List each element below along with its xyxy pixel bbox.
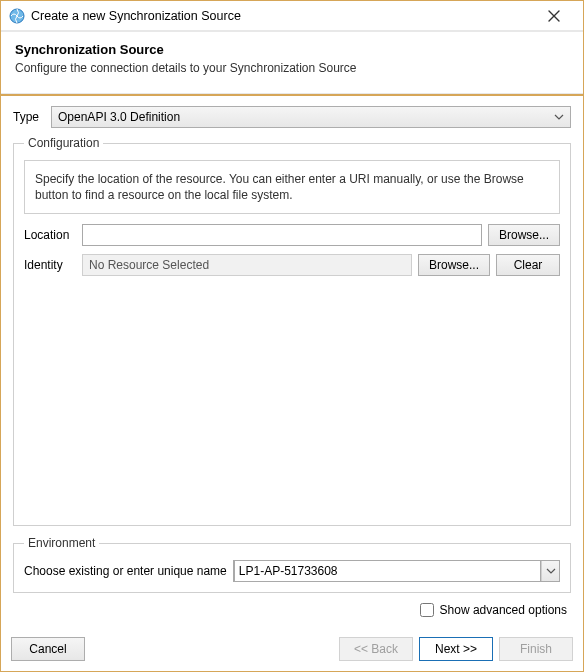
app-icon: [9, 8, 25, 24]
chevron-down-icon: [554, 112, 564, 122]
type-selected-value: OpenAPI 3.0 Definition: [58, 110, 180, 124]
environment-prompt: Choose existing or enter unique name: [24, 564, 227, 578]
type-select[interactable]: OpenAPI 3.0 Definition: [51, 106, 571, 128]
location-input[interactable]: [82, 224, 482, 246]
next-button[interactable]: Next >>: [419, 637, 493, 661]
environment-legend: Environment: [24, 536, 99, 550]
chevron-down-icon[interactable]: [541, 561, 559, 581]
configuration-group: Configuration Specify the location of th…: [13, 136, 571, 526]
identity-browse-button[interactable]: Browse...: [418, 254, 490, 276]
banner-description: Configure the connection details to your…: [15, 61, 569, 75]
environment-combo[interactable]: [233, 560, 560, 582]
identity-value: No Resource Selected: [89, 258, 209, 272]
close-button[interactable]: [533, 2, 575, 30]
titlebar: Create a new Synchronization Source: [1, 1, 583, 31]
location-row: Location Browse...: [24, 224, 560, 246]
cancel-button[interactable]: Cancel: [11, 637, 85, 661]
type-label: Type: [13, 110, 45, 124]
type-row: Type OpenAPI 3.0 Definition: [13, 106, 571, 128]
banner-wrap: Synchronization Source Configure the con…: [1, 31, 583, 96]
identity-clear-button[interactable]: Clear: [496, 254, 560, 276]
environment-input[interactable]: [234, 560, 541, 582]
dialog-window: Create a new Synchronization Source Sync…: [0, 0, 584, 672]
finish-button: Finish: [499, 637, 573, 661]
show-advanced-label[interactable]: Show advanced options: [440, 603, 567, 617]
identity-display: No Resource Selected: [82, 254, 412, 276]
wizard-button-bar: Cancel << Back Next >> Finish: [1, 631, 583, 671]
show-advanced-checkbox[interactable]: [420, 603, 434, 617]
content-area: Type OpenAPI 3.0 Definition Configuratio…: [1, 96, 583, 631]
configuration-info: Specify the location of the resource. Yo…: [24, 160, 560, 214]
advanced-row: Show advanced options: [13, 593, 571, 623]
window-title: Create a new Synchronization Source: [31, 9, 533, 23]
configuration-legend: Configuration: [24, 136, 103, 150]
location-label: Location: [24, 228, 76, 242]
location-browse-button[interactable]: Browse...: [488, 224, 560, 246]
environment-row: Choose existing or enter unique name: [24, 560, 560, 582]
back-button: << Back: [339, 637, 413, 661]
environment-group: Environment Choose existing or enter uni…: [13, 536, 571, 593]
banner-heading: Synchronization Source: [15, 42, 569, 57]
identity-label: Identity: [24, 258, 76, 272]
wizard-banner: Synchronization Source Configure the con…: [1, 31, 583, 94]
identity-row: Identity No Resource Selected Browse... …: [24, 254, 560, 276]
